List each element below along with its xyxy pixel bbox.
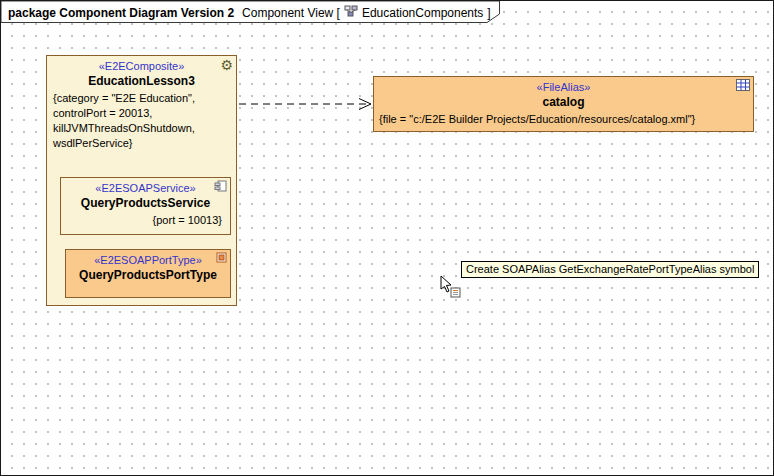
tooltip: Create SOAPAlias GetExchangeRatePortType…	[461, 261, 759, 278]
composite-stereotype: «E2EComposite»	[47, 56, 236, 73]
service-port-property: {port = 10013}	[61, 211, 230, 227]
composite-prop-line: wsdlPerService}	[53, 136, 230, 151]
porttype-stereotype: «E2ESOAPPortType»	[66, 250, 230, 267]
filealias-name: catalog	[374, 94, 753, 110]
node-e2esoapservice-queryproductsservice[interactable]: «E2ESOAPService» QueryProductsService {p…	[60, 177, 231, 235]
node-e2esoapporttype-queryproductsporttype[interactable]: «E2ESOAPPortType» QueryProductsPortType	[65, 249, 231, 298]
node-e2ecomposite-educationlesson3[interactable]: ⚙ «E2EComposite» EducationLesson3 {categ…	[46, 55, 237, 306]
composite-prop-line: killJVMThreadsOnShutdown,	[53, 121, 230, 136]
service-name: QueryProductsService	[61, 195, 230, 211]
frame-diagram-name: EducationComponents	[362, 6, 483, 20]
create-symbol-cursor-icon	[439, 275, 463, 299]
composite-prop-line: controlPort = 20013,	[53, 106, 230, 121]
composite-properties: {category = "E2E Education", controlPort…	[47, 89, 236, 151]
dependency-arrow[interactable]	[238, 95, 378, 113]
filealias-stereotype: «FileAlias»	[374, 77, 753, 94]
frame-close-bracket: ]	[487, 6, 490, 20]
node-filealias-catalog[interactable]: «FileAlias» catalog {file = "c:/E2E Buil…	[373, 76, 754, 132]
porttype-name: QueryProductsPortType	[66, 267, 230, 283]
diagram-canvas[interactable]: package Component Diagram Version 2 Comp…	[0, 0, 774, 476]
filealias-table-icon	[736, 79, 750, 91]
frame-view-label: Component View [	[242, 6, 340, 20]
service-stereotype: «E2ESOAPService»	[61, 178, 230, 195]
frame-kind-label: package Component Diagram Version 2	[8, 6, 234, 20]
filealias-file-property: {file = "c:/E2E Builder Projects/Educati…	[374, 110, 753, 127]
diagram-icon	[344, 4, 358, 21]
composite-prop-line: {category = "E2E Education",	[53, 91, 230, 106]
composite-name: EducationLesson3	[47, 73, 236, 89]
composite-gear-icon: ⚙	[220, 58, 233, 72]
diagram-frame-header: package Component Diagram Version 2 Comp…	[8, 4, 491, 21]
porttype-icon	[216, 252, 227, 263]
soap-service-icon	[214, 180, 227, 192]
